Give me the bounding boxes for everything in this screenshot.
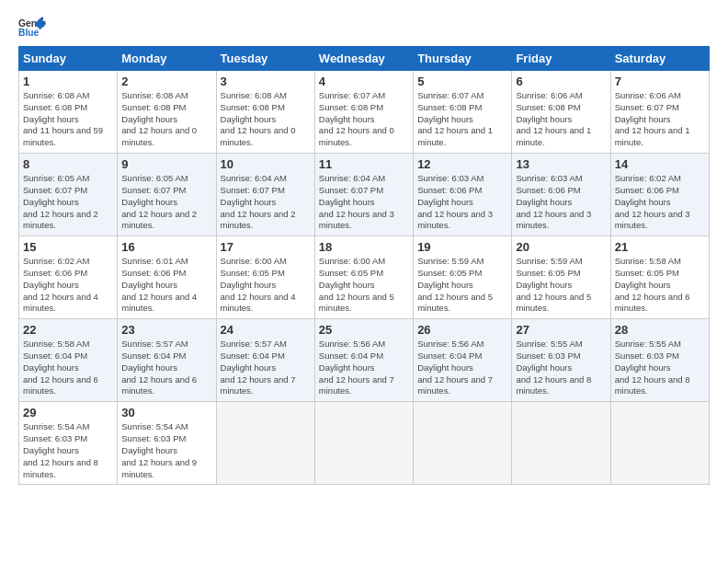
day-number: 16 <box>121 240 211 254</box>
daylight-value: and 12 hours and 7 minutes. <box>221 374 296 396</box>
day-info: Sunrise: 5:58 AM Sunset: 6:04 PM Dayligh… <box>23 339 113 397</box>
sunrise-label: Sunrise: 6:02 AM <box>23 256 89 266</box>
calendar-cell <box>610 402 709 485</box>
sunset-label: Sunset: 6:08 PM <box>417 102 482 112</box>
day-number: 30 <box>121 406 211 419</box>
daylight-value: and 12 hours and 4 minutes. <box>221 292 296 314</box>
calendar-cell: 24 Sunrise: 5:57 AM Sunset: 6:04 PM Dayl… <box>216 319 314 402</box>
calendar-cell: 8 Sunrise: 6:05 AM Sunset: 6:07 PM Dayli… <box>19 154 118 236</box>
sunset-label: Sunset: 6:08 PM <box>221 102 285 112</box>
sunset-label: Sunset: 6:03 PM <box>516 350 580 361</box>
sunset-label: Sunset: 6:08 PM <box>319 102 383 112</box>
sunset-label: Sunset: 6:04 PM <box>121 350 186 361</box>
sunrise-label: Sunrise: 5:56 AM <box>417 339 483 349</box>
daylight-label: Daylight hours <box>615 280 671 290</box>
day-info: Sunrise: 6:06 AM Sunset: 6:08 PM Dayligh… <box>516 90 606 149</box>
day-number: 15 <box>23 240 113 254</box>
daylight-value: and 12 hours and 5 minutes. <box>417 292 493 314</box>
daylight-value: and 12 hours and 8 minutes. <box>615 374 690 396</box>
calendar-cell: 15 Sunrise: 6:02 AM Sunset: 6:06 PM Dayl… <box>19 236 118 319</box>
sunrise-label: Sunrise: 6:01 AM <box>121 256 188 266</box>
day-info: Sunrise: 6:00 AM Sunset: 6:05 PM Dayligh… <box>221 256 311 315</box>
daylight-value: and 12 hours and 3 minutes. <box>516 209 591 231</box>
calendar-cell: 3 Sunrise: 6:08 AM Sunset: 6:08 PM Dayli… <box>216 71 314 154</box>
weekday-header-sunday: Sunday <box>19 47 118 71</box>
daylight-label: Daylight hours <box>615 197 671 207</box>
sunrise-label: Sunrise: 5:59 AM <box>417 256 483 266</box>
daylight-value: and 12 hours and 8 minutes. <box>516 374 591 396</box>
day-info: Sunrise: 6:02 AM Sunset: 6:06 PM Dayligh… <box>615 173 705 232</box>
calendar-cell: 1 Sunrise: 6:08 AM Sunset: 6:08 PM Dayli… <box>19 71 118 154</box>
day-info: Sunrise: 5:56 AM Sunset: 6:04 PM Dayligh… <box>417 339 507 397</box>
calendar-cell: 25 Sunrise: 5:56 AM Sunset: 6:04 PM Dayl… <box>314 319 413 402</box>
sunset-label: Sunset: 6:04 PM <box>417 350 482 361</box>
sunrise-label: Sunrise: 5:58 AM <box>23 339 89 349</box>
sunset-label: Sunset: 6:07 PM <box>23 185 87 195</box>
day-number: 4 <box>319 75 409 88</box>
sunset-label: Sunset: 6:08 PM <box>121 102 186 112</box>
daylight-label: Daylight hours <box>121 114 177 124</box>
daylight-label: Daylight hours <box>23 114 79 124</box>
sunrise-label: Sunrise: 6:08 AM <box>23 90 89 100</box>
week-row-3: 15 Sunrise: 6:02 AM Sunset: 6:06 PM Dayl… <box>19 236 710 319</box>
sunset-label: Sunset: 6:07 PM <box>615 102 679 112</box>
daylight-label: Daylight hours <box>319 114 375 124</box>
calendar-cell: 4 Sunrise: 6:07 AM Sunset: 6:08 PM Dayli… <box>314 71 413 154</box>
sunrise-label: Sunrise: 5:58 AM <box>615 256 681 266</box>
sunrise-label: Sunrise: 6:06 AM <box>516 90 582 100</box>
sunset-label: Sunset: 6:08 PM <box>23 102 87 112</box>
daylight-value: and 12 hours and 7 minutes. <box>319 374 394 396</box>
day-number: 2 <box>121 75 211 88</box>
daylight-value: and 12 hours and 0 minutes. <box>319 125 394 147</box>
daylight-value: and 12 hours and 9 minutes. <box>121 457 197 479</box>
sunset-label: Sunset: 6:05 PM <box>221 268 285 278</box>
daylight-value: and 12 hours and 2 minutes. <box>23 209 98 231</box>
day-info: Sunrise: 6:00 AM Sunset: 6:05 PM Dayligh… <box>319 256 409 315</box>
day-number: 7 <box>615 75 705 88</box>
sunset-label: Sunset: 6:08 PM <box>516 102 580 112</box>
daylight-value: and 12 hours and 6 minutes. <box>121 374 197 396</box>
daylight-value: and 12 hours and 2 minutes. <box>121 209 197 231</box>
day-info: Sunrise: 6:07 AM Sunset: 6:08 PM Dayligh… <box>417 90 507 149</box>
sunset-label: Sunset: 6:06 PM <box>23 268 87 278</box>
header: General Blue <box>18 17 710 39</box>
calendar-cell: 22 Sunrise: 5:58 AM Sunset: 6:04 PM Dayl… <box>19 319 118 402</box>
weekday-header-wednesday: Wednesday <box>314 47 413 71</box>
sunrise-label: Sunrise: 6:00 AM <box>221 256 287 266</box>
daylight-value: and 12 hours and 1 minute. <box>516 125 591 147</box>
day-info: Sunrise: 6:05 AM Sunset: 6:07 PM Dayligh… <box>121 173 211 232</box>
daylight-label: Daylight hours <box>221 362 277 373</box>
sunrise-label: Sunrise: 6:05 AM <box>23 173 89 183</box>
daylight-label: Daylight hours <box>417 362 473 373</box>
daylight-value: and 12 hours and 8 minutes. <box>23 457 98 479</box>
day-info: Sunrise: 5:55 AM Sunset: 6:03 PM Dayligh… <box>615 339 705 397</box>
sunrise-label: Sunrise: 5:55 AM <box>516 339 582 349</box>
sunset-label: Sunset: 6:05 PM <box>516 268 580 278</box>
sunset-label: Sunset: 6:06 PM <box>121 268 186 278</box>
daylight-value: and 11 hours and 59 minutes. <box>23 125 103 147</box>
week-row-4: 22 Sunrise: 5:58 AM Sunset: 6:04 PM Dayl… <box>19 319 710 402</box>
day-number: 1 <box>23 75 113 88</box>
calendar-cell <box>314 402 413 485</box>
calendar-cell <box>512 402 610 485</box>
day-number: 8 <box>23 157 113 171</box>
sunset-label: Sunset: 6:03 PM <box>121 433 186 443</box>
day-info: Sunrise: 6:07 AM Sunset: 6:08 PM Dayligh… <box>319 90 409 149</box>
day-number: 27 <box>516 323 606 337</box>
daylight-label: Daylight hours <box>516 362 572 373</box>
sunrise-label: Sunrise: 6:03 AM <box>417 173 483 183</box>
calendar-cell: 29 Sunrise: 5:54 AM Sunset: 6:03 PM Dayl… <box>19 402 118 485</box>
sunrise-label: Sunrise: 6:04 AM <box>221 173 287 183</box>
sunset-label: Sunset: 6:04 PM <box>319 350 383 361</box>
weekday-header-saturday: Saturday <box>610 47 709 71</box>
day-number: 13 <box>516 157 606 171</box>
sunrise-label: Sunrise: 5:57 AM <box>221 339 287 349</box>
daylight-label: Daylight hours <box>516 197 572 207</box>
day-info: Sunrise: 5:59 AM Sunset: 6:05 PM Dayligh… <box>516 256 606 315</box>
sunrise-label: Sunrise: 6:06 AM <box>615 90 681 100</box>
sunrise-label: Sunrise: 6:02 AM <box>615 173 681 183</box>
daylight-label: Daylight hours <box>516 280 572 290</box>
weekday-header-friday: Friday <box>512 47 610 71</box>
calendar-cell: 18 Sunrise: 6:00 AM Sunset: 6:05 PM Dayl… <box>314 236 413 319</box>
day-info: Sunrise: 5:57 AM Sunset: 6:04 PM Dayligh… <box>221 339 311 397</box>
